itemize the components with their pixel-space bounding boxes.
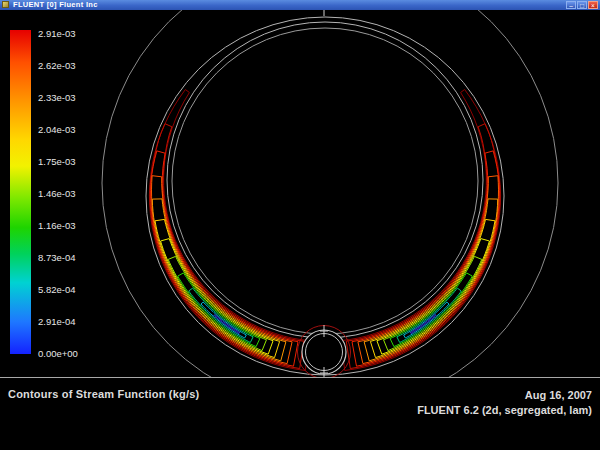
legend-label: 2.04e-03 — [38, 124, 76, 135]
fluent-window: FLUENT [0] Fluent Inc – □ × 2.91e-032.62… — [0, 0, 600, 450]
window-title: FLUENT [0] Fluent Inc — [13, 0, 98, 10]
graphics-viewport[interactable]: 2.91e-032.62e-032.33e-032.04e-031.75e-03… — [0, 10, 600, 377]
legend-label: 0.00e+00 — [38, 348, 78, 359]
outer-wall-circle — [146, 17, 504, 375]
legend-label: 1.75e-03 — [38, 156, 76, 167]
close-button[interactable]: × — [588, 1, 598, 9]
legend-label: 5.82e-04 — [38, 284, 76, 295]
contour-plot: 2.91e-032.62e-032.33e-032.04e-031.75e-03… — [0, 10, 600, 377]
legend-colorbar — [10, 30, 31, 354]
legend-label: 8.73e-04 — [38, 252, 76, 263]
app-icon — [2, 1, 9, 8]
inner-wall-circle-2 — [172, 28, 478, 334]
plot-caption: Contours of Stream Function (kg/s) — [8, 388, 199, 400]
legend-label: 2.33e-03 — [38, 92, 76, 103]
enclosure-circle — [102, 10, 558, 377]
legend-label: 2.91e-04 — [38, 316, 76, 327]
legend-label: 1.16e-03 — [38, 220, 76, 231]
maximize-button[interactable]: □ — [577, 1, 587, 9]
legend-label: 2.62e-03 — [38, 60, 76, 71]
minimize-button[interactable]: – — [566, 1, 576, 9]
inner-wall-circle — [167, 22, 483, 338]
legend-label: 1.46e-03 — [38, 188, 76, 199]
window-controls: – □ × — [566, 1, 598, 9]
caption-solver: FLUENT 6.2 (2d, segregated, lam) — [417, 403, 592, 418]
caption-date: Aug 16, 2007 — [417, 388, 592, 403]
caption-right: Aug 16, 2007 FLUENT 6.2 (2d, segregated,… — [417, 388, 592, 418]
legend-label: 2.91e-03 — [38, 28, 76, 39]
caption-bar: Contours of Stream Function (kg/s) Aug 1… — [0, 377, 600, 450]
